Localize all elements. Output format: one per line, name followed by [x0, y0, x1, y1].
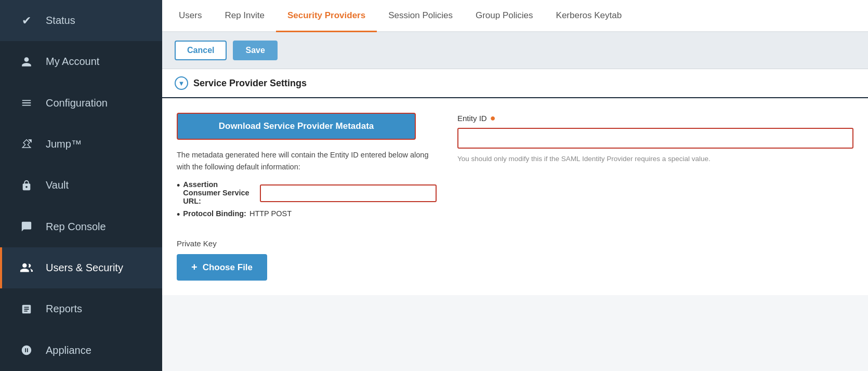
users-security-icon [17, 262, 36, 274]
protocol-binding-item: Protocol Binding: HTTP POST [177, 209, 437, 219]
sidebar: ✔ Status My Account Configuration Jump™ … [0, 0, 162, 371]
section-title: Service Provider Settings [193, 78, 307, 89]
metadata-info-list: Assertion Consumer Service URL: Protocol… [177, 180, 437, 219]
sidebar-item-reports-label: Reports [46, 303, 82, 315]
content-area: Cancel Save ▼ Service Provider Settings … [162, 32, 868, 371]
toolbar: Cancel Save [162, 32, 868, 69]
sidebar-item-appliance-label: Appliance [46, 344, 91, 356]
sidebar-item-vault-label: Vault [46, 179, 69, 191]
vault-icon [17, 180, 36, 191]
download-metadata-button[interactable]: Download Service Provider Metadata [177, 113, 416, 140]
choose-file-label: Choose File [203, 262, 253, 273]
tab-session-policies[interactable]: Session Policies [377, 0, 464, 32]
tab-security-providers[interactable]: Security Providers [276, 0, 377, 32]
right-column: Entity ID ● You should only modify this … [457, 113, 853, 223]
tab-kerberos-keytab[interactable]: Kerberos Keytab [545, 0, 634, 32]
tab-bar: Users Rep Invite Security Providers Sess… [162, 0, 868, 32]
plus-icon: + [191, 261, 198, 273]
sidebar-item-status-label: Status [46, 15, 75, 27]
sidebar-item-jump-label: Jump™ [46, 138, 82, 150]
left-column: Download Service Provider Metadata The m… [177, 113, 437, 223]
sidebar-item-users-security-label: Users & Security [46, 262, 123, 274]
rep-console-icon [17, 221, 36, 232]
protocol-binding-label: Protocol Binding: [183, 209, 246, 218]
private-key-label: Private Key [177, 234, 853, 248]
status-icon: ✔ [17, 14, 36, 28]
main-content: Users Rep Invite Security Providers Sess… [162, 0, 868, 371]
sidebar-item-configuration-label: Configuration [46, 97, 108, 109]
section-chevron-icon[interactable]: ▼ [175, 76, 188, 90]
sidebar-item-jump[interactable]: Jump™ [0, 124, 162, 165]
sidebar-item-appliance[interactable]: Appliance [0, 330, 162, 371]
private-key-section: Private Key + Choose File [162, 234, 868, 295]
entity-id-required-dot: ● [490, 113, 496, 124]
sidebar-item-my-account-label: My Account [46, 56, 99, 68]
reports-icon [17, 303, 36, 315]
sidebar-item-rep-console[interactable]: Rep Console [0, 206, 162, 247]
section-header: ▼ Service Provider Settings [162, 69, 868, 98]
tab-users[interactable]: Users [167, 0, 213, 32]
sidebar-item-users-security[interactable]: Users & Security [0, 247, 162, 288]
sidebar-item-rep-console-label: Rep Console [46, 221, 106, 233]
tab-group-policies[interactable]: Group Policies [464, 0, 545, 32]
panel-body: Download Service Provider Metadata The m… [162, 98, 868, 234]
cancel-button[interactable]: Cancel [175, 41, 227, 60]
entity-id-label-row: Entity ID ● [457, 113, 853, 124]
sidebar-item-status[interactable]: ✔ Status [0, 0, 162, 41]
appliance-icon [17, 344, 36, 356]
acs-url-label: Assertion Consumer Service URL: [183, 180, 257, 205]
metadata-description: The metadata generated here will contain… [177, 149, 437, 173]
sidebar-item-reports[interactable]: Reports [0, 288, 162, 329]
jump-icon [17, 139, 36, 150]
protocol-binding-value: HTTP POST [249, 209, 292, 218]
entity-id-input[interactable] [457, 128, 853, 149]
acs-url-input[interactable] [260, 184, 437, 202]
my-account-icon [17, 56, 36, 68]
sidebar-item-vault[interactable]: Vault [0, 165, 162, 206]
acs-url-item: Assertion Consumer Service URL: [177, 180, 437, 205]
sidebar-item-my-account[interactable]: My Account [0, 41, 162, 82]
save-button[interactable]: Save [233, 41, 277, 60]
acs-input-wrap [260, 182, 437, 202]
tab-rep-invite[interactable]: Rep Invite [213, 0, 276, 32]
configuration-icon [17, 97, 36, 109]
entity-id-hint: You should only modify this if the SAML … [457, 154, 853, 164]
choose-file-button[interactable]: + Choose File [177, 254, 267, 281]
entity-id-label: Entity ID [457, 114, 487, 123]
sidebar-item-configuration[interactable]: Configuration [0, 83, 162, 124]
